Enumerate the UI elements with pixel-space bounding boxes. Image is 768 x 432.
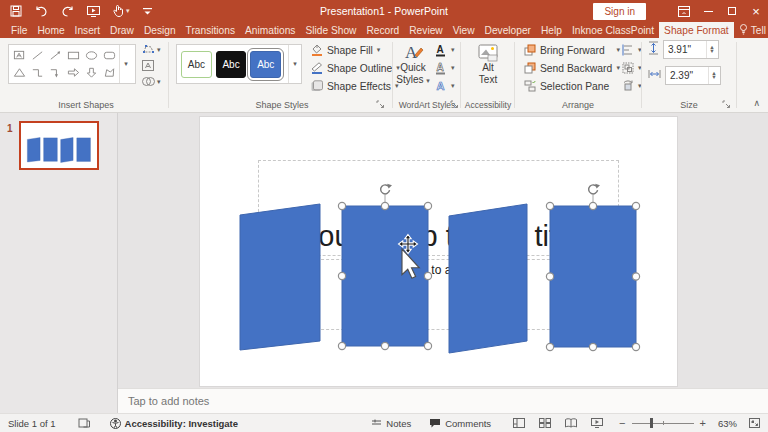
shape-outline-button[interactable]: Shape Outline▾ [310, 60, 400, 76]
zoom-level[interactable]: 63% [718, 418, 737, 429]
size-dialog-launcher-icon[interactable] [722, 99, 732, 109]
selection-handle[interactable] [632, 273, 639, 280]
tab-design[interactable]: Design [139, 22, 181, 38]
shape-width-field[interactable]: 2.39" ▲▼ [665, 66, 721, 85]
shape-effects-button[interactable]: Shape Effects▾ [310, 78, 398, 94]
close-button[interactable]: × [744, 0, 768, 22]
slide-sorter-view-icon[interactable] [539, 418, 551, 428]
selection-handle[interactable] [546, 343, 553, 350]
notes-pane[interactable]: Tap to add notes [118, 388, 768, 413]
style-preset-2[interactable]: Abc [216, 51, 247, 78]
wordart-dialog-launcher-icon[interactable] [450, 99, 460, 109]
zoom-out-button[interactable]: − [619, 417, 625, 429]
selection-handle[interactable] [381, 202, 388, 209]
comments-button[interactable]: Comments [429, 418, 491, 429]
selection-handle[interactable] [424, 342, 431, 349]
rotate-handle[interactable] [381, 184, 392, 194]
tab-draw[interactable]: Draw [105, 22, 139, 38]
sign-in-button[interactable]: Sign in [593, 3, 646, 20]
text-outline-button[interactable]: A▾ [434, 60, 455, 76]
undo-icon[interactable] [35, 0, 48, 22]
normal-view-icon[interactable] [513, 418, 525, 428]
zoom-slider[interactable] [632, 423, 694, 424]
text-effects-button[interactable]: A▾ [434, 78, 455, 94]
tab-transitions[interactable]: Transitions [181, 22, 240, 38]
slide-canvas[interactable]: Double tap to add title Double tap to ad… [200, 117, 677, 386]
selection-handle[interactable] [381, 342, 388, 349]
group-objects-icon[interactable]: ▾ [622, 60, 642, 76]
shape-elbow-arrow-connector-icon[interactable] [46, 64, 64, 81]
display-settings-icon[interactable] [78, 418, 90, 428]
shape-rounded-rectangle-icon[interactable] [100, 47, 118, 64]
text-fill-button[interactable]: A▾ [434, 42, 455, 58]
height-spinner[interactable]: ▲▼ [706, 41, 717, 58]
shape-rectangle-icon[interactable] [64, 47, 82, 64]
send-backward-button[interactable]: Send Backward▾ [524, 60, 620, 76]
collapse-ribbon-icon[interactable]: ∧ [753, 98, 760, 108]
tab-help[interactable]: Help [536, 22, 567, 38]
shape-styles-dialog-launcher-icon[interactable] [376, 99, 386, 109]
selection-handle[interactable] [338, 272, 345, 279]
slide-thumbnail-1[interactable] [19, 121, 99, 170]
shape-fill-button[interactable]: Shape Fill▾ [310, 42, 380, 58]
redo-icon[interactable] [61, 0, 74, 22]
shape-arrow-icon[interactable] [46, 47, 64, 64]
selection-handle[interactable] [632, 343, 639, 350]
width-spinner[interactable]: ▲▼ [708, 67, 719, 84]
reading-view-icon[interactable] [565, 418, 577, 428]
selection-handle[interactable] [424, 272, 431, 279]
shape-down-arrow-icon[interactable] [82, 64, 100, 81]
customize-qat-icon[interactable] [143, 0, 152, 22]
tab-developer[interactable]: Developer [480, 22, 536, 38]
shape-right-arrow-icon[interactable] [64, 64, 82, 81]
selection-handle[interactable] [632, 202, 639, 209]
tab-file[interactable]: File [6, 22, 32, 38]
shape-freeform-icon[interactable] [100, 64, 118, 81]
slideshow-view-icon[interactable] [591, 418, 603, 428]
shape-4[interactable] [550, 206, 636, 347]
tab-home[interactable]: Home [32, 22, 69, 38]
quick-styles-button[interactable]: A Quick Styles ▾ [396, 42, 430, 87]
selection-handle[interactable] [424, 202, 431, 209]
start-from-beginning-icon[interactable] [87, 0, 100, 22]
shape-oval-icon[interactable] [82, 47, 100, 64]
selection-handle[interactable] [589, 202, 596, 209]
shape-1[interactable] [240, 204, 320, 350]
tab-shape-format[interactable]: Shape Format [659, 22, 734, 38]
tab-view[interactable]: View [448, 22, 480, 38]
shape-text-box-icon[interactable] [10, 47, 28, 64]
bring-forward-button[interactable]: Bring Forward▾ [524, 42, 620, 58]
tab-slide-show[interactable]: Slide Show [300, 22, 361, 38]
merge-shapes-icon[interactable]: ▾ [142, 76, 161, 87]
tab-record[interactable]: Record [361, 22, 404, 38]
selection-handle[interactable] [589, 343, 596, 350]
tab-insert[interactable]: Insert [70, 22, 105, 38]
selection-pane-button[interactable]: Selection Pane [524, 78, 609, 94]
rotate-objects-icon[interactable]: ▾ [622, 78, 642, 94]
shape-height-field[interactable]: 3.91" ▲▼ [663, 40, 719, 59]
shape-triangle-icon[interactable] [10, 64, 28, 81]
style-preset-3-selected[interactable]: Abc [250, 51, 281, 78]
shapes-gallery-more-icon[interactable]: ▾ [119, 45, 132, 83]
align-objects-icon[interactable]: ▾ [622, 42, 642, 58]
edit-shape-icon[interactable]: ▾ [142, 44, 161, 55]
notes-button[interactable]: Notes [371, 418, 411, 429]
touch-mouse-mode-icon[interactable]: ▾ [113, 0, 130, 22]
minimize-button[interactable] [696, 0, 720, 22]
selection-handle[interactable] [546, 202, 553, 209]
tab-animations[interactable]: Animations [240, 22, 300, 38]
tab-inknoe-classpoint[interactable]: Inknoe ClassPoint [567, 22, 659, 38]
style-preset-1[interactable]: Abc [181, 51, 212, 78]
maximize-button[interactable] [720, 0, 744, 22]
save-icon[interactable] [10, 0, 22, 22]
selection-handle[interactable] [338, 202, 345, 209]
fit-slide-to-window-icon[interactable] [749, 418, 760, 428]
alt-text-button[interactable]: Alt Text [470, 44, 506, 86]
style-presets-more-icon[interactable]: ▾ [288, 45, 301, 83]
rotate-handle[interactable] [589, 184, 600, 194]
selection-handle[interactable] [338, 342, 345, 349]
selection-handle[interactable] [546, 273, 553, 280]
tab-tell-me[interactable]: Tell me [734, 22, 768, 38]
tab-review[interactable]: Review [404, 22, 447, 38]
text-box-icon[interactable] [142, 60, 161, 71]
